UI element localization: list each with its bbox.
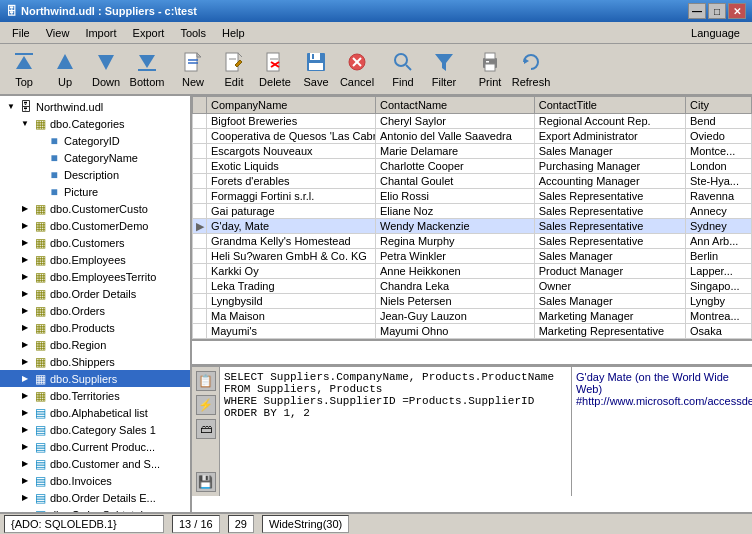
cell-indicator[interactable] — [193, 159, 207, 174]
cell-contacttitle[interactable]: Export Administrator — [534, 129, 685, 144]
tree-root-item[interactable]: ▼ 🗄 Northwind.udl — [0, 98, 190, 115]
cell-contacttitle[interactable]: Sales Representative — [534, 204, 685, 219]
cell-contacttitle[interactable]: Sales Representative — [534, 234, 685, 249]
table-row[interactable]: Mayumi'sMayumi OhnoMarketing Representat… — [193, 324, 752, 339]
bottom-button[interactable]: Bottom — [127, 46, 167, 92]
minimize-button[interactable]: — — [688, 3, 706, 19]
cell-indicator[interactable] — [193, 129, 207, 144]
cell-companyname[interactable]: Escargots Nouveaux — [207, 144, 376, 159]
cell-contacttitle[interactable]: Sales Manager — [534, 294, 685, 309]
cell-contacttitle[interactable]: Sales Manager — [534, 249, 685, 264]
menu-file[interactable]: File — [4, 25, 38, 41]
cell-contactname[interactable]: Niels Petersen — [375, 294, 534, 309]
tree-item-ordersubtotals[interactable]: ▶ ▤ dbo.Order Subtotals — [0, 506, 190, 512]
table-row[interactable]: Leka TradingChandra LekaOwnerSingapo... — [193, 279, 752, 294]
cell-contactname[interactable]: Regina Murphy — [375, 234, 534, 249]
cell-contacttitle[interactable]: Accounting Manager — [534, 174, 685, 189]
cell-city[interactable]: Berlin — [686, 249, 752, 264]
cell-contactname[interactable]: Cheryl Saylor — [375, 114, 534, 129]
cell-city[interactable]: Ste-Hya... — [686, 174, 752, 189]
col-companyname[interactable]: CompanyName — [207, 97, 376, 114]
expand-emp-icon[interactable]: ▶ — [18, 253, 32, 267]
cell-contactname[interactable]: Wendy Mackenzie — [375, 219, 534, 234]
menu-tools[interactable]: Tools — [172, 25, 214, 41]
col-city[interactable]: City — [686, 97, 752, 114]
cell-indicator[interactable] — [193, 249, 207, 264]
refresh-button[interactable]: Refresh — [511, 46, 551, 92]
expand-cs-icon[interactable]: ▶ — [18, 423, 32, 437]
cell-contactname[interactable]: Elio Rossi — [375, 189, 534, 204]
tree-item-territories[interactable]: ▶ ▦ dbo.Territories — [0, 387, 190, 404]
expand-ode-icon[interactable]: ▶ — [18, 491, 32, 505]
cell-contacttitle[interactable]: Sales Representative — [534, 189, 685, 204]
tree-item-categorysales[interactable]: ▶ ▤ dbo.Category Sales 1 — [0, 421, 190, 438]
col-contacttitle[interactable]: ContactTitle — [534, 97, 685, 114]
tree-item-customerdemo[interactable]: ▶ ▦ dbo.CustomerDemo — [0, 217, 190, 234]
table-row[interactable]: Exotic LiquidsCharlotte CooperPurchasing… — [193, 159, 752, 174]
find-button[interactable]: Find — [383, 46, 423, 92]
tree-item-categoryid[interactable]: ■ CategoryID — [0, 132, 190, 149]
cell-indicator[interactable] — [193, 189, 207, 204]
cell-city[interactable]: Annecy — [686, 204, 752, 219]
print-button[interactable]: Print — [470, 46, 510, 92]
table-row[interactable]: Bigfoot BreweriesCheryl SaylorRegional A… — [193, 114, 752, 129]
cell-companyname[interactable]: Lyngbysild — [207, 294, 376, 309]
expand-ca-icon[interactable]: ▶ — [18, 457, 32, 471]
cell-contactname[interactable]: Marie Delamare — [375, 144, 534, 159]
tree-item-currentprod[interactable]: ▶ ▤ dbo.Current Produc... — [0, 438, 190, 455]
tree-item-employees[interactable]: ▶ ▦ dbo.Employees — [0, 251, 190, 268]
cell-companyname[interactable]: Grandma Kelly's Homestead — [207, 234, 376, 249]
menu-help[interactable]: Help — [214, 25, 253, 41]
cell-contacttitle[interactable]: Sales Manager — [534, 144, 685, 159]
cell-companyname[interactable]: Formaggi Fortini s.r.l. — [207, 189, 376, 204]
tree-item-region[interactable]: ▶ ▦ dbo.Region — [0, 336, 190, 353]
expand-terr-icon[interactable]: ▶ — [18, 389, 32, 403]
cell-city[interactable]: Ann Arb... — [686, 234, 752, 249]
cell-city[interactable]: Sydney — [686, 219, 752, 234]
data-grid-wrapper[interactable]: CompanyName ContactName ContactTitle Cit… — [192, 96, 752, 366]
delete-button[interactable]: Delete — [255, 46, 295, 92]
cell-contactname[interactable]: Charlotte Cooper — [375, 159, 534, 174]
cell-indicator[interactable] — [193, 204, 207, 219]
cell-contactname[interactable]: Mayumi Ohno — [375, 324, 534, 339]
expand-cp-icon[interactable]: ▶ — [18, 440, 32, 454]
cell-contactname[interactable]: Chandra Leka — [375, 279, 534, 294]
new-button[interactable]: New — [173, 46, 213, 92]
top-button[interactable]: Top — [4, 46, 44, 92]
cell-city[interactable]: Singapo... — [686, 279, 752, 294]
sql-text[interactable]: SELECT Suppliers.CompanyName, Products.P… — [220, 367, 571, 496]
tree-item-orderdetailse[interactable]: ▶ ▤ dbo.Order Details E... — [0, 489, 190, 506]
cell-contacttitle[interactable]: Regional Account Rep. — [534, 114, 685, 129]
cell-companyname[interactable]: Heli Su?waren GmbH & Co. KG — [207, 249, 376, 264]
col-contactname[interactable]: ContactName — [375, 97, 534, 114]
table-row[interactable]: Grandma Kelly's HomesteadRegina MurphySa… — [193, 234, 752, 249]
tree-item-suppliers[interactable]: ▶ ▦ dbo.Suppliers — [0, 370, 190, 387]
cell-city[interactable]: Lyngby — [686, 294, 752, 309]
expand-categories-icon[interactable]: ▼ — [18, 117, 32, 131]
table-row[interactable]: Formaggi Fortini s.r.l.Elio RossiSales R… — [193, 189, 752, 204]
expand-reg-icon[interactable]: ▶ — [18, 338, 32, 352]
tree-item-customers[interactable]: ▶ ▦ dbo.Customers — [0, 234, 190, 251]
cell-contactname[interactable]: Petra Winkler — [375, 249, 534, 264]
table-row[interactable]: Heli Su?waren GmbH & Co. KGPetra Winkler… — [193, 249, 752, 264]
cell-city[interactable]: London — [686, 159, 752, 174]
menu-language[interactable]: Language — [683, 25, 748, 41]
maximize-button[interactable]: □ — [708, 3, 726, 19]
cell-companyname[interactable]: G'day, Mate — [207, 219, 376, 234]
expand-ord-icon[interactable]: ▶ — [18, 304, 32, 318]
cell-companyname[interactable]: Cooperativa de Quesos 'Las Cabras — [207, 129, 376, 144]
edit-button[interactable]: Edit — [214, 46, 254, 92]
tree-item-customercusto[interactable]: ▶ ▦ dbo.CustomerCusto — [0, 200, 190, 217]
info-panel[interactable]: G'day Mate (on the World Wide Web) #http… — [572, 367, 752, 496]
cell-indicator[interactable] — [193, 309, 207, 324]
expand-ship-icon[interactable]: ▶ — [18, 355, 32, 369]
tree-item-employeeterrito[interactable]: ▶ ▦ dbo.EmployeesTerrito — [0, 268, 190, 285]
cell-companyname[interactable]: Forets d'erables — [207, 174, 376, 189]
sql-clipboard-icon[interactable]: 📋 — [196, 371, 216, 391]
table-row[interactable]: LyngbysildNiels PetersenSales ManagerLyn… — [193, 294, 752, 309]
cell-indicator[interactable] — [193, 234, 207, 249]
cell-contacttitle[interactable]: Marketing Manager — [534, 309, 685, 324]
cell-companyname[interactable]: Exotic Liquids — [207, 159, 376, 174]
cell-contacttitle[interactable]: Marketing Representative — [534, 324, 685, 339]
expand-od-icon[interactable]: ▶ — [18, 287, 32, 301]
